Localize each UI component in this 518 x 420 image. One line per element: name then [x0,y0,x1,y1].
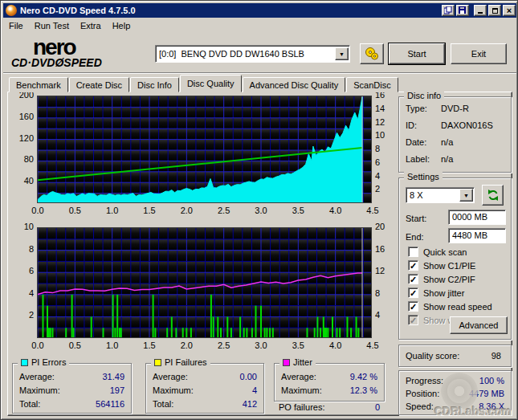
drive-select[interactable]: [0:0] BENQ DVD DD DW1640 BSLB ▼ [155,45,350,63]
pie-chart: 40801201602002468101214160.00.51.01.52.0… [10,96,388,226]
checkbox-icon[interactable]: ✓ [408,260,418,271]
tick-label: 12 [375,117,385,127]
tick-label: 6 [375,157,380,167]
cddvd-speed-logo: CD·DVDØSPEED [11,56,102,69]
disc-type-value: DVD-R [441,104,469,113]
pi-errors-total: 564116 [96,399,124,409]
chart-pie [37,96,372,203]
tick-label: 0.5 [64,340,85,350]
disc-info-box: Disc info Type: DVD-R ID: DAXON016S Date… [398,96,512,173]
tick-label: 4 [10,288,34,298]
chart-pif [37,227,372,338]
checkbox-icon[interactable]: ✓ [408,274,418,284]
quality-score-value: 98 [491,351,501,361]
pi-errors-legend: PI Errors [31,357,66,367]
pi-failures-box: PI Failures Average:0.00 Maximum:4 Total… [145,363,264,414]
label: Maximum: [153,385,194,395]
title-bar[interactable]: Nero CD-DVD Speed 4.7.5.0 × [3,3,516,18]
end-field-label: End: [406,232,424,242]
save-button[interactable] [456,5,469,16]
speed-select-dropdown[interactable]: ▼ [459,189,473,202]
tab-advanced-disc-quality[interactable]: Advanced Disc Quality [243,77,346,92]
tick-label: 2.0 [176,206,197,215]
drive-select-value: [0:0] BENQ DVD DD DW1640 BSLB [156,49,335,59]
checkbox-quick-scan[interactable]: Quick scan [408,247,467,257]
po-failures-label: PO failures: [279,402,324,412]
speed-label: Speed: [406,402,434,411]
pi-failures-legend: PI Failures [165,357,207,367]
checkbox-show-c1-pie[interactable]: ✓ Show C1/PIE [408,260,475,271]
minimize-icon [478,12,483,14]
checkbox-show-jitter[interactable]: ✓ Show jitter [408,287,464,298]
tick-label: 20 [375,222,385,231]
checkbox-icon[interactable]: ✓ [408,287,418,298]
speed-select[interactable]: 8 X ▼ [406,187,475,203]
tick-label: 40 [10,176,34,186]
tick-label: 80 [10,154,34,164]
tab-disc-quality[interactable]: Disc Quality [180,75,242,92]
tick-label: 1.0 [102,340,123,350]
label: Maximum: [19,385,60,395]
tick-label: 3.5 [288,340,308,350]
tick-label: 2.5 [214,340,235,350]
tick-label: 0.5 [64,206,85,215]
pi-failures-average: 0.00 [240,372,257,381]
advanced-button[interactable]: Advanced [450,316,508,334]
menu-run-test[interactable]: Run Test [29,19,75,32]
copy-button[interactable] [442,5,455,16]
eject-button[interactable] [360,43,384,64]
menu-help[interactable]: Help [107,19,137,32]
maximize-button[interactable] [488,5,501,16]
start-field[interactable]: 0000 MB [448,210,506,225]
eject-disc-icon [364,47,380,61]
progress-value: 100 % [479,376,504,385]
po-failures-row: PO failures: 0 [279,402,380,412]
tab-scandisc[interactable]: ScanDisc [346,77,398,92]
start-button[interactable]: Start [389,43,445,64]
chevron-down-icon: ▼ [463,193,469,198]
checkbox-icon[interactable] [408,247,418,257]
tick-label: 2.5 [214,206,235,215]
menu-extra[interactable]: Extra [75,19,107,32]
quality-score-label: Quality score: [406,351,459,361]
tick-label: 10 [375,130,385,140]
checkbox-show-c2-pif[interactable]: ✓ Show C2/PIF [408,274,475,284]
jitter-average: 9.42 % [350,372,377,381]
disc-id-value: DAXON016S [441,120,493,130]
tab-benchmark[interactable]: Benchmark [9,77,68,92]
tick-label: 4 [375,171,380,181]
tick-label: 4.5 [362,206,383,215]
chevron-down-icon: ▼ [339,51,345,57]
drive-select-dropdown[interactable]: ▼ [335,47,349,60]
label: Total: [19,399,40,409]
tick-label: 8 [375,288,380,298]
jitter-box: Jitter Average:9.42 % Maximum:12.3 % [274,363,385,402]
checkbox-show-read-speed[interactable]: ✓ Show read speed [408,301,492,312]
exit-button[interactable]: Exit [451,43,507,64]
pi-errors-box: PI Errors Average:31.49 Maximum:197 Tota… [12,363,132,414]
logo-disc-icon: Ø [55,56,63,69]
close-button[interactable]: × [503,5,516,16]
end-field[interactable]: 4480 MB [448,228,506,243]
refresh-button[interactable] [482,185,504,206]
tab-create-disc[interactable]: Create Disc [69,77,129,92]
tick-label: 160 [10,112,34,121]
minimize-button[interactable] [474,5,487,16]
label: Total: [153,399,173,409]
start-field-label: Start: [406,214,426,223]
checkbox-icon[interactable]: ✓ [408,301,418,312]
label: Average: [19,372,55,381]
menu-file[interactable]: File [3,19,29,32]
jitter-legend: Jitter [293,357,312,367]
label: Average: [153,372,188,381]
label: Maximum: [281,385,322,395]
checkbox-icon: ✓ [408,315,418,325]
tick-label: 1.0 [102,206,123,215]
tab-disc-info[interactable]: Disc Info [130,77,179,92]
tick-label: 8 [10,244,34,254]
tick-label: 1.5 [139,340,160,350]
refresh-icon [487,189,500,202]
app-window: Nero CD-DVD Speed 4.7.5.0 × File Run Tes… [0,0,518,420]
save-icon [459,6,467,14]
position-label: Position: [406,389,439,398]
